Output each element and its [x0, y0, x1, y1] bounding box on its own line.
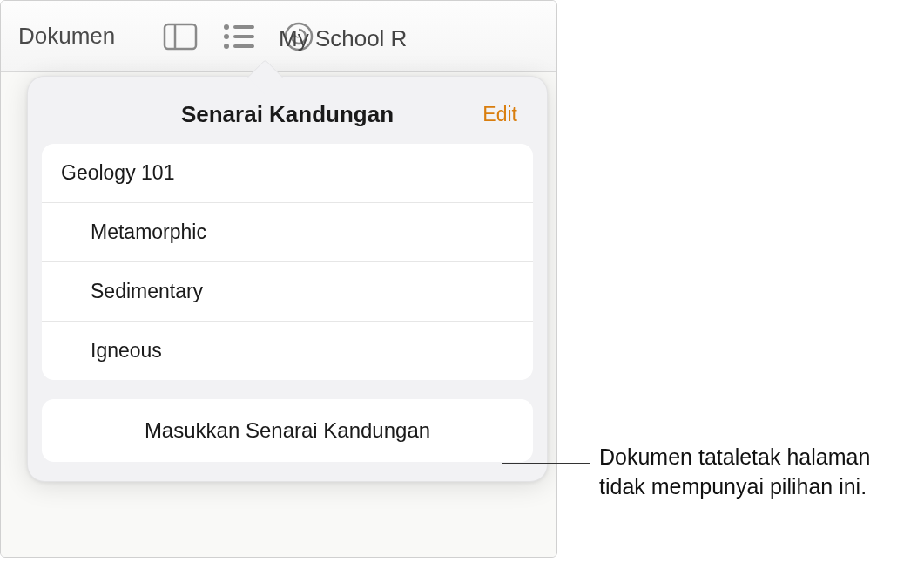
toc-item[interactable]: Geology 101	[42, 144, 533, 203]
sidebar-toggle-icon[interactable]	[160, 17, 200, 57]
back-button[interactable]: Dokumen	[18, 23, 115, 50]
svg-point-4	[224, 34, 229, 39]
toc-item[interactable]: Igneous	[42, 322, 533, 380]
document-title: My School R	[279, 25, 407, 52]
insert-toc-button[interactable]: Masukkan Senarai Kandungan	[42, 399, 533, 462]
edit-button[interactable]: Edit	[482, 103, 517, 126]
callout-text-line: tidak mempunyai pilihan ini.	[599, 472, 870, 502]
callout-text-line: Dokumen tataletak halaman	[599, 443, 870, 472]
callout-annotation: Dokumen tataletak halaman tidak mempunya…	[599, 443, 870, 502]
svg-point-2	[224, 24, 229, 30]
toc-icon[interactable]	[219, 17, 260, 57]
svg-rect-7	[233, 44, 254, 48]
toolbar: Dokumen	[1, 1, 556, 72]
toc-popover: Senarai Kandungan Edit Geology 101 Metam…	[27, 76, 548, 482]
svg-rect-5	[233, 35, 254, 38]
svg-rect-0	[165, 24, 196, 49]
callout-leader-line	[502, 463, 590, 464]
popover-header: Senarai Kandungan Edit	[42, 94, 533, 144]
svg-point-6	[224, 44, 229, 49]
app-window: Dokumen	[0, 0, 557, 558]
svg-rect-3	[233, 25, 254, 29]
toc-item[interactable]: Sedimentary	[42, 262, 533, 322]
toc-list: Geology 101 Metamorphic Sedimentary Igne…	[42, 144, 533, 380]
toc-item[interactable]: Metamorphic	[42, 203, 533, 262]
popover-title: Senarai Kandungan	[181, 101, 394, 128]
